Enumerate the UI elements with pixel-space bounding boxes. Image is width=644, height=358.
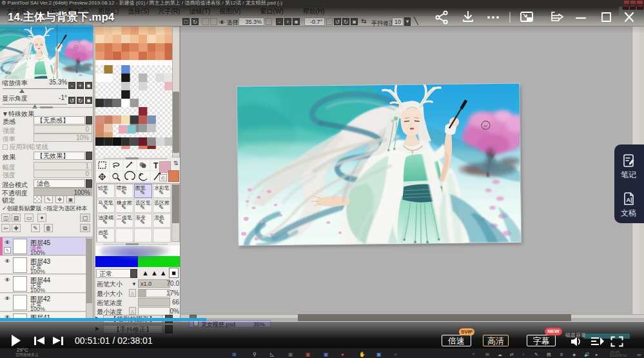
svg-text:T: T (153, 161, 159, 170)
svg-text:A|: A| (627, 197, 632, 203)
